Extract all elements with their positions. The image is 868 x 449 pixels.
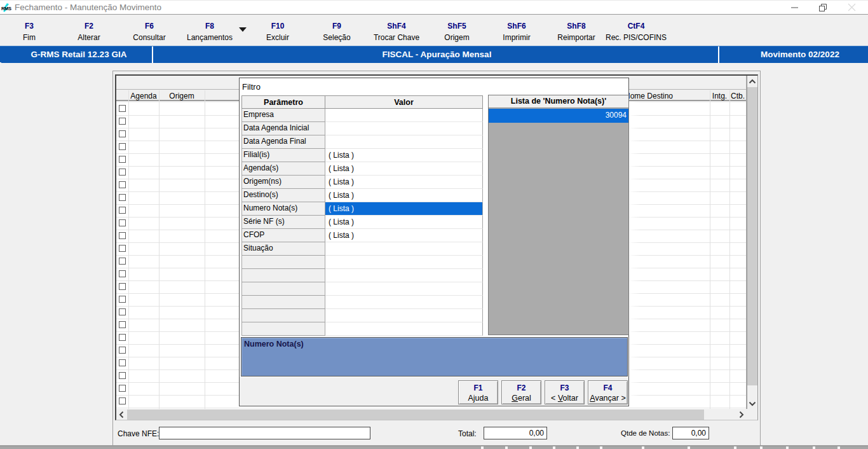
svg-text:RMS: RMS — [1, 6, 11, 11]
